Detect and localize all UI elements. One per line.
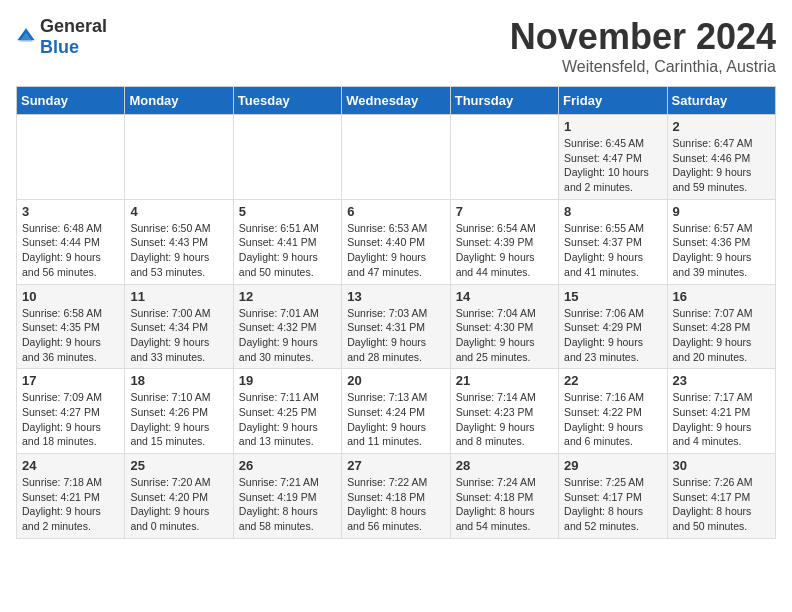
day-number: 5	[239, 204, 336, 219]
day-info: Sunrise: 7:00 AMSunset: 4:34 PMDaylight:…	[130, 306, 227, 365]
day-cell: 20Sunrise: 7:13 AMSunset: 4:24 PMDayligh…	[342, 369, 450, 454]
day-info: Sunrise: 6:47 AMSunset: 4:46 PMDaylight:…	[673, 136, 770, 195]
day-cell: 1Sunrise: 6:45 AMSunset: 4:47 PMDaylight…	[559, 115, 667, 200]
day-number: 17	[22, 373, 119, 388]
day-cell: 22Sunrise: 7:16 AMSunset: 4:22 PMDayligh…	[559, 369, 667, 454]
day-cell: 2Sunrise: 6:47 AMSunset: 4:46 PMDaylight…	[667, 115, 775, 200]
header-cell-friday: Friday	[559, 87, 667, 115]
day-cell	[342, 115, 450, 200]
header: General Blue November 2024 Weitensfeld, …	[16, 16, 776, 76]
day-number: 21	[456, 373, 553, 388]
day-number: 9	[673, 204, 770, 219]
header-cell-thursday: Thursday	[450, 87, 558, 115]
day-cell: 4Sunrise: 6:50 AMSunset: 4:43 PMDaylight…	[125, 199, 233, 284]
day-info: Sunrise: 6:58 AMSunset: 4:35 PMDaylight:…	[22, 306, 119, 365]
day-info: Sunrise: 7:21 AMSunset: 4:19 PMDaylight:…	[239, 475, 336, 534]
day-cell: 30Sunrise: 7:26 AMSunset: 4:17 PMDayligh…	[667, 454, 775, 539]
day-cell: 25Sunrise: 7:20 AMSunset: 4:20 PMDayligh…	[125, 454, 233, 539]
day-cell: 24Sunrise: 7:18 AMSunset: 4:21 PMDayligh…	[17, 454, 125, 539]
header-cell-wednesday: Wednesday	[342, 87, 450, 115]
day-info: Sunrise: 7:07 AMSunset: 4:28 PMDaylight:…	[673, 306, 770, 365]
day-info: Sunrise: 7:14 AMSunset: 4:23 PMDaylight:…	[456, 390, 553, 449]
day-number: 1	[564, 119, 661, 134]
day-info: Sunrise: 6:54 AMSunset: 4:39 PMDaylight:…	[456, 221, 553, 280]
day-number: 12	[239, 289, 336, 304]
day-number: 25	[130, 458, 227, 473]
day-number: 27	[347, 458, 444, 473]
day-info: Sunrise: 7:04 AMSunset: 4:30 PMDaylight:…	[456, 306, 553, 365]
day-info: Sunrise: 7:25 AMSunset: 4:17 PMDaylight:…	[564, 475, 661, 534]
logo-text: General Blue	[40, 16, 107, 58]
day-info: Sunrise: 7:10 AMSunset: 4:26 PMDaylight:…	[130, 390, 227, 449]
day-cell: 23Sunrise: 7:17 AMSunset: 4:21 PMDayligh…	[667, 369, 775, 454]
logo-general: General	[40, 16, 107, 36]
day-cell	[125, 115, 233, 200]
day-number: 11	[130, 289, 227, 304]
header-row: SundayMondayTuesdayWednesdayThursdayFrid…	[17, 87, 776, 115]
day-info: Sunrise: 6:50 AMSunset: 4:43 PMDaylight:…	[130, 221, 227, 280]
week-row-1: 1Sunrise: 6:45 AMSunset: 4:47 PMDaylight…	[17, 115, 776, 200]
day-info: Sunrise: 7:22 AMSunset: 4:18 PMDaylight:…	[347, 475, 444, 534]
day-cell: 7Sunrise: 6:54 AMSunset: 4:39 PMDaylight…	[450, 199, 558, 284]
logo: General Blue	[16, 16, 107, 58]
header-cell-tuesday: Tuesday	[233, 87, 341, 115]
month-title: November 2024	[510, 16, 776, 58]
day-info: Sunrise: 7:20 AMSunset: 4:20 PMDaylight:…	[130, 475, 227, 534]
day-cell: 26Sunrise: 7:21 AMSunset: 4:19 PMDayligh…	[233, 454, 341, 539]
day-number: 7	[456, 204, 553, 219]
day-cell: 17Sunrise: 7:09 AMSunset: 4:27 PMDayligh…	[17, 369, 125, 454]
day-number: 14	[456, 289, 553, 304]
day-info: Sunrise: 7:17 AMSunset: 4:21 PMDaylight:…	[673, 390, 770, 449]
week-row-5: 24Sunrise: 7:18 AMSunset: 4:21 PMDayligh…	[17, 454, 776, 539]
logo-icon	[16, 27, 36, 47]
day-cell: 12Sunrise: 7:01 AMSunset: 4:32 PMDayligh…	[233, 284, 341, 369]
day-cell: 15Sunrise: 7:06 AMSunset: 4:29 PMDayligh…	[559, 284, 667, 369]
day-info: Sunrise: 6:45 AMSunset: 4:47 PMDaylight:…	[564, 136, 661, 195]
day-number: 19	[239, 373, 336, 388]
day-number: 26	[239, 458, 336, 473]
header-cell-monday: Monday	[125, 87, 233, 115]
day-number: 16	[673, 289, 770, 304]
day-cell: 16Sunrise: 7:07 AMSunset: 4:28 PMDayligh…	[667, 284, 775, 369]
day-info: Sunrise: 6:55 AMSunset: 4:37 PMDaylight:…	[564, 221, 661, 280]
day-number: 22	[564, 373, 661, 388]
day-cell: 28Sunrise: 7:24 AMSunset: 4:18 PMDayligh…	[450, 454, 558, 539]
day-cell: 10Sunrise: 6:58 AMSunset: 4:35 PMDayligh…	[17, 284, 125, 369]
day-info: Sunrise: 7:18 AMSunset: 4:21 PMDaylight:…	[22, 475, 119, 534]
day-cell: 29Sunrise: 7:25 AMSunset: 4:17 PMDayligh…	[559, 454, 667, 539]
day-cell: 27Sunrise: 7:22 AMSunset: 4:18 PMDayligh…	[342, 454, 450, 539]
title-area: November 2024 Weitensfeld, Carinthia, Au…	[510, 16, 776, 76]
day-cell	[17, 115, 125, 200]
day-number: 24	[22, 458, 119, 473]
day-number: 15	[564, 289, 661, 304]
day-number: 29	[564, 458, 661, 473]
day-cell: 5Sunrise: 6:51 AMSunset: 4:41 PMDaylight…	[233, 199, 341, 284]
day-cell	[450, 115, 558, 200]
day-number: 2	[673, 119, 770, 134]
day-info: Sunrise: 7:26 AMSunset: 4:17 PMDaylight:…	[673, 475, 770, 534]
day-info: Sunrise: 6:48 AMSunset: 4:44 PMDaylight:…	[22, 221, 119, 280]
logo-blue: Blue	[40, 37, 79, 57]
day-info: Sunrise: 7:09 AMSunset: 4:27 PMDaylight:…	[22, 390, 119, 449]
day-info: Sunrise: 7:11 AMSunset: 4:25 PMDaylight:…	[239, 390, 336, 449]
day-info: Sunrise: 7:01 AMSunset: 4:32 PMDaylight:…	[239, 306, 336, 365]
calendar-header: SundayMondayTuesdayWednesdayThursdayFrid…	[17, 87, 776, 115]
day-cell: 3Sunrise: 6:48 AMSunset: 4:44 PMDaylight…	[17, 199, 125, 284]
day-cell: 14Sunrise: 7:04 AMSunset: 4:30 PMDayligh…	[450, 284, 558, 369]
day-info: Sunrise: 6:57 AMSunset: 4:36 PMDaylight:…	[673, 221, 770, 280]
day-number: 18	[130, 373, 227, 388]
week-row-4: 17Sunrise: 7:09 AMSunset: 4:27 PMDayligh…	[17, 369, 776, 454]
day-cell: 6Sunrise: 6:53 AMSunset: 4:40 PMDaylight…	[342, 199, 450, 284]
header-cell-saturday: Saturday	[667, 87, 775, 115]
week-row-2: 3Sunrise: 6:48 AMSunset: 4:44 PMDaylight…	[17, 199, 776, 284]
day-number: 4	[130, 204, 227, 219]
day-number: 3	[22, 204, 119, 219]
day-cell: 18Sunrise: 7:10 AMSunset: 4:26 PMDayligh…	[125, 369, 233, 454]
week-row-3: 10Sunrise: 6:58 AMSunset: 4:35 PMDayligh…	[17, 284, 776, 369]
location-subtitle: Weitensfeld, Carinthia, Austria	[510, 58, 776, 76]
day-info: Sunrise: 7:06 AMSunset: 4:29 PMDaylight:…	[564, 306, 661, 365]
day-info: Sunrise: 7:13 AMSunset: 4:24 PMDaylight:…	[347, 390, 444, 449]
day-number: 20	[347, 373, 444, 388]
day-number: 8	[564, 204, 661, 219]
day-cell: 13Sunrise: 7:03 AMSunset: 4:31 PMDayligh…	[342, 284, 450, 369]
